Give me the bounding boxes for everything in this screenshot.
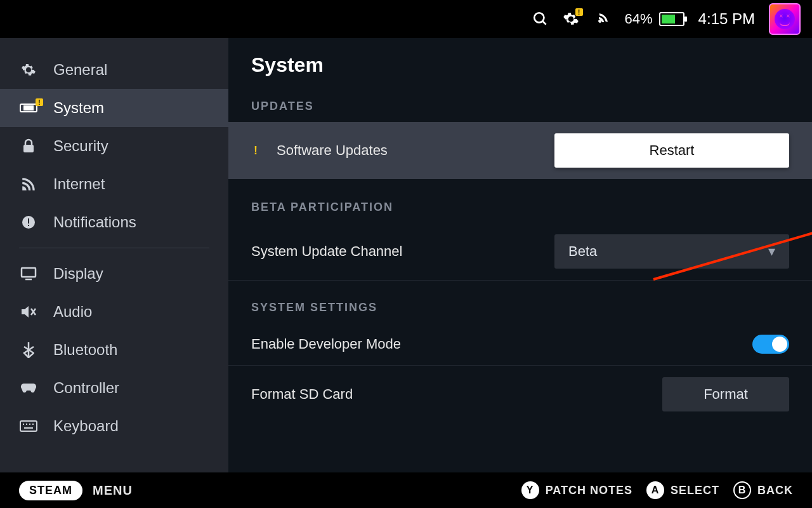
gear-icon (19, 62, 38, 77)
software-updates-label: Software Updates (277, 142, 388, 159)
y-button-icon: Y (521, 481, 539, 499)
sidebar-item-controller[interactable]: Controller (0, 369, 228, 407)
update-channel-value: Beta (568, 243, 597, 260)
section-system-settings: SYSTEM SETTINGS (228, 292, 812, 323)
hint-select[interactable]: ASELECT (646, 481, 719, 499)
menu-label[interactable]: MENU (93, 483, 133, 498)
sidebar-item-security[interactable]: Security (0, 127, 228, 165)
update-alert-icon: ! (251, 146, 260, 155)
settings-icon[interactable] (563, 11, 579, 27)
sidebar-label: System (53, 99, 104, 117)
battery-percent: 64% (625, 11, 653, 27)
sidebar-label: Audio (53, 303, 92, 321)
battery-status: 64% (625, 11, 684, 27)
svg-rect-7 (28, 225, 29, 226)
sidebar-item-system[interactable]: System (0, 89, 228, 127)
display-icon (19, 267, 38, 281)
audio-mute-icon (19, 305, 38, 319)
svg-point-0 (534, 13, 544, 22)
steam-button[interactable]: STEAM (19, 481, 82, 500)
sidebar-item-audio[interactable]: Audio (0, 293, 228, 331)
main-panel: System UPDATES ! Software Updates Restar… (228, 38, 812, 472)
sidebar-label: Bluetooth (53, 341, 117, 359)
signal-icon (19, 176, 38, 192)
update-channel-select[interactable]: Beta ▾ (554, 234, 789, 269)
lock-icon (19, 138, 38, 154)
svg-line-1 (542, 21, 546, 24)
battery-icon (659, 12, 684, 26)
divider (19, 248, 209, 248)
row-update-channel: System Update Channel Beta ▾ (228, 223, 812, 281)
section-beta: BETA PARTICIPATION (228, 192, 812, 223)
hint-patch-notes[interactable]: YPATCH NOTES (521, 481, 632, 499)
restart-button[interactable]: Restart (554, 133, 789, 168)
dev-mode-toggle[interactable] (752, 335, 789, 354)
sidebar-item-notifications[interactable]: Notifications (0, 203, 228, 241)
update-channel-label: System Update Channel (251, 243, 402, 260)
controller-icon (19, 382, 38, 394)
svg-rect-8 (22, 268, 36, 277)
sidebar-label: Internet (53, 175, 105, 193)
keyboard-icon (19, 420, 38, 432)
sidebar-item-internet[interactable]: Internet (0, 165, 228, 203)
alert-icon (19, 215, 38, 230)
sidebar-item-bluetooth[interactable]: Bluetooth (0, 331, 228, 369)
svg-rect-6 (28, 218, 29, 224)
svg-rect-4 (23, 145, 34, 152)
status-bar: 64% 4:15 PM (0, 0, 812, 38)
row-format-sd: Format SD Card Format (228, 366, 812, 423)
sidebar-item-keyboard[interactable]: Keyboard (0, 407, 228, 445)
chevron-down-icon: ▾ (768, 243, 775, 260)
svg-rect-3 (24, 106, 33, 110)
sidebar-label: Controller (53, 379, 119, 397)
row-dev-mode: Enable Developer Mode (228, 323, 812, 366)
format-button[interactable]: Format (662, 377, 789, 411)
deck-icon (19, 102, 38, 114)
sidebar-item-general[interactable]: General (0, 51, 228, 89)
wifi-icon[interactable] (593, 10, 611, 28)
row-software-updates[interactable]: ! Software Updates Restart (228, 122, 812, 179)
svg-rect-10 (20, 421, 37, 431)
avatar[interactable] (769, 3, 801, 35)
sidebar-label: Keyboard (53, 417, 119, 435)
section-updates: UPDATES (228, 91, 812, 122)
hint-back[interactable]: BBACK (733, 481, 793, 499)
sidebar-label: General (53, 61, 107, 79)
sidebar-label: Display (53, 265, 103, 283)
bluetooth-icon (19, 342, 38, 358)
page-title: System (228, 53, 812, 91)
sidebar-label: Notifications (53, 213, 136, 231)
b-button-icon: B (733, 481, 751, 499)
format-sd-label: Format SD Card (251, 386, 353, 403)
settings-sidebar: General System Security Internet Notific… (0, 38, 228, 472)
a-button-icon: A (646, 481, 664, 499)
dev-mode-label: Enable Developer Mode (251, 336, 401, 352)
sidebar-item-display[interactable]: Display (0, 255, 228, 293)
footer-bar: STEAM MENU YPATCH NOTES ASELECT BBACK (0, 472, 812, 508)
clock: 4:15 PM (698, 10, 755, 28)
search-icon[interactable] (532, 11, 549, 27)
sidebar-label: Security (53, 137, 108, 155)
